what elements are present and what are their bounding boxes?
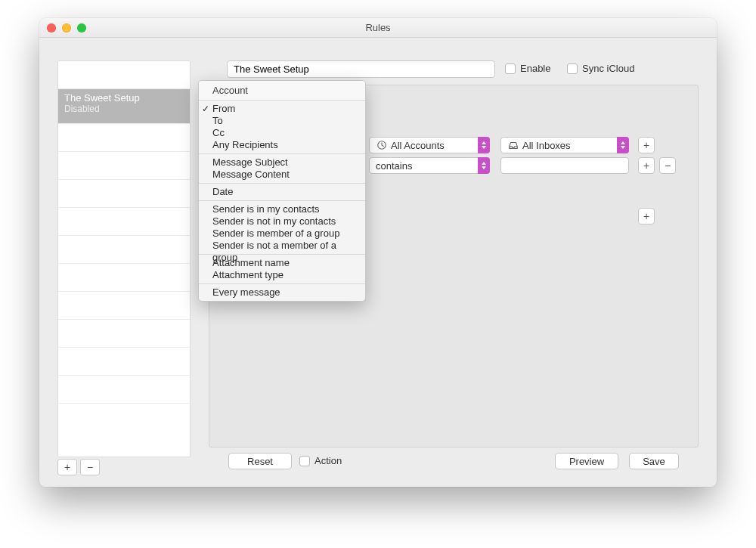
menu-item-label: Date [212,186,233,197]
stepper-icon [478,157,490,174]
list-item-selected[interactable]: The Sweet Setup Disabled [58,89,190,124]
menu-item-label: Every message [212,286,280,298]
enable-checkbox[interactable]: Enable [505,63,550,74]
menu-item-label: To [212,115,223,126]
stepper-icon [478,137,490,153]
plus-icon: + [64,461,70,473]
menu-item[interactable]: Cc [199,127,365,139]
window-title: Rules [365,22,390,33]
account-select[interactable]: All Accounts [369,137,490,153]
list-item[interactable] [58,264,190,292]
match-select[interactable]: contains [369,157,490,174]
inbox-select[interactable]: All Inboxes [500,137,629,153]
plus-icon: + [643,159,649,172]
remove-condition-button[interactable]: − [659,157,676,174]
menu-item-label: Attachment name [212,257,290,268]
menu-item[interactable]: Any Recipients [199,139,365,151]
menu-item-label: Sender is not in my contacts [212,215,336,227]
menu-item[interactable]: Sender is in my contacts [199,203,365,215]
menu-item-label: Message Subject [212,156,288,168]
list-item[interactable] [58,348,190,376]
traffic-lights [47,23,86,33]
clock-icon [376,140,388,150]
preview-button[interactable]: Preview [555,453,618,469]
menu-item-label: Sender is in my contacts [212,203,320,215]
menu-header: Account [199,81,365,101]
account-label: All Accounts [391,140,445,151]
list-item[interactable] [58,292,190,320]
action-label: Action [314,455,342,466]
rule-name-input[interactable] [227,60,495,78]
menu-item[interactable]: Sender is member of a group [199,228,365,240]
save-button[interactable]: Save [629,453,679,469]
check-icon: ✓ [202,103,209,115]
inbox-icon [507,140,519,150]
sidebar-footer: + − [57,459,103,475]
menu-item-label: Message Content [212,169,290,180]
add-rule-button[interactable]: + [57,459,77,475]
titlebar: Rules [39,18,717,38]
zoom-icon[interactable] [77,23,86,33]
rule-title: The Sweet Setup [64,92,184,104]
match-value-input[interactable] [500,157,629,174]
checkbox-icon [567,63,578,74]
menu-item[interactable]: Every message [199,286,365,299]
reset-button[interactable]: Reset [228,453,292,469]
content-area: The Sweet Setup Disabled + − [39,38,717,487]
minus-icon: − [87,461,93,473]
list-item[interactable] [58,152,190,180]
list-item[interactable] [58,320,190,348]
menu-item-label: Cc [212,127,225,138]
list-item[interactable] [58,124,190,152]
add-condition-button[interactable]: + [638,157,655,174]
match-label: contains [376,160,412,172]
add-condition-button[interactable]: + [638,208,655,224]
plus-icon: + [643,139,649,151]
add-condition-button[interactable]: + [638,137,655,153]
rules-window: Rules The Sweet Setup Disabled [39,18,717,487]
enable-label: Enable [520,63,550,74]
menu-item[interactable]: To [199,115,365,127]
list-item[interactable] [58,61,190,89]
rule-subtitle: Disabled [64,104,184,114]
plus-icon: + [643,210,649,222]
condition-field-menu: Account ✓FromToCcAny RecipientsMessage S… [198,80,366,302]
menu-item-label: From [212,103,235,114]
close-icon[interactable] [47,23,56,33]
menu-item-label: Sender is member of a group [212,228,339,239]
menu-item-label: Any Recipients [212,139,278,150]
rules-list: The Sweet Setup Disabled [57,60,191,457]
menu-item[interactable]: ✓From [199,103,365,115]
menu-item[interactable]: Attachment type [199,269,365,281]
sync-label: Sync iCloud [582,63,634,74]
menu-item[interactable]: Date [199,186,365,198]
menu-item[interactable]: Message Content [199,169,365,181]
stepper-icon [617,137,629,153]
menu-item[interactable]: Sender is not a member of a group [199,240,365,252]
checkbox-icon [505,63,516,74]
menu-item-label: Attachment type [212,269,284,280]
list-item[interactable] [58,208,190,236]
checkbox-icon [299,456,310,466]
list-item[interactable] [58,180,190,208]
inbox-label: All Inboxes [522,140,571,151]
sync-icloud-checkbox[interactable]: Sync iCloud [567,63,634,74]
action-checkbox[interactable]: Action [299,455,342,466]
menu-item[interactable]: Sender is not in my contacts [199,215,365,228]
minus-icon: − [665,159,671,172]
list-item[interactable] [58,236,190,264]
menu-item[interactable]: Message Subject [199,156,365,169]
remove-rule-button[interactable]: − [80,459,100,475]
list-item[interactable] [58,376,190,404]
menu-item[interactable]: Attachment name [199,257,365,269]
minimize-icon[interactable] [62,23,71,33]
